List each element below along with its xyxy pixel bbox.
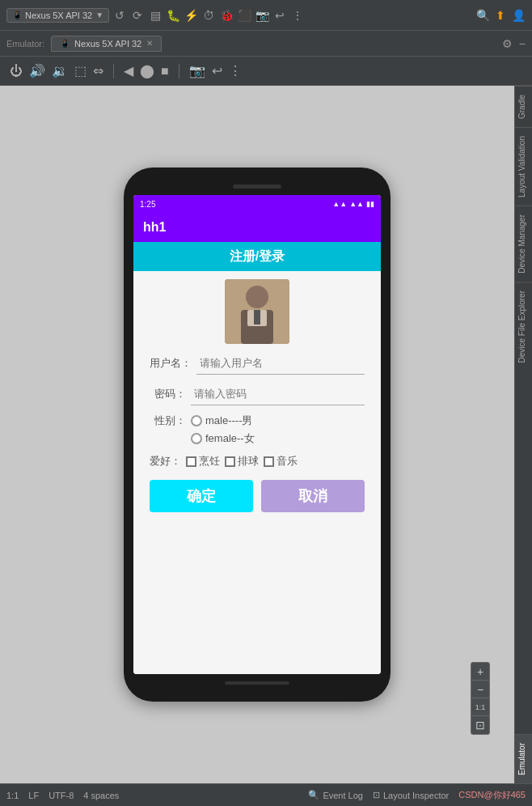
status-linefeed: LF bbox=[28, 791, 39, 800]
zoom-out-button[interactable]: − bbox=[471, 681, 489, 698]
sidebar-tab-device-manager[interactable]: Device Manager bbox=[515, 206, 532, 282]
battery-icon: ▮▮ bbox=[366, 200, 374, 208]
gender-row: 性别： male----男 female--女 bbox=[150, 414, 365, 446]
signal-icon: ▲▲ bbox=[349, 200, 364, 208]
device-selector[interactable]: 📱 Nexus 5X API 32 ▼ bbox=[6, 8, 109, 23]
register-titlebar: 注册/登录 bbox=[133, 242, 381, 271]
button-row: 确定 取消 bbox=[150, 480, 365, 512]
status-time: 1:25 bbox=[140, 200, 332, 209]
hobby-cooking-label: 烹饪 bbox=[199, 454, 220, 469]
nav-home-icon[interactable]: ⬤ bbox=[140, 63, 154, 78]
nav-back-icon[interactable]: ◀ bbox=[124, 63, 133, 78]
radio-male-circle[interactable] bbox=[191, 415, 202, 426]
nav-recents-icon[interactable]: ■ bbox=[161, 64, 169, 78]
hobby-row: 爱好： 烹饪 排球 音乐 bbox=[150, 454, 365, 469]
status-indent: 4 spaces bbox=[83, 791, 119, 800]
account-icon[interactable]: 👤 bbox=[511, 8, 526, 23]
search-icon[interactable]: 🔍 bbox=[475, 8, 490, 23]
more-options-icon[interactable]: ⋮ bbox=[229, 63, 242, 78]
profile-icon[interactable]: ⏱ bbox=[201, 8, 216, 23]
gender-radio-group: male----男 female--女 bbox=[191, 414, 255, 446]
status-position: 1:1 bbox=[6, 791, 19, 800]
dropdown-arrow[interactable]: ▼ bbox=[95, 11, 103, 19]
hobby-checkbox-group: 烹饪 排球 音乐 bbox=[186, 454, 298, 469]
zoom-fit-button[interactable]: ⊡ bbox=[471, 716, 489, 734]
form-content: 用户名： 密码： 性别： male---- bbox=[133, 271, 381, 674]
event-log-button[interactable]: 🔍 Event Log bbox=[308, 790, 363, 800]
camera-icon[interactable]: 📷 bbox=[255, 8, 269, 23]
zoom-in-button[interactable]: + bbox=[471, 663, 489, 681]
sidebar-tab-layout-validation[interactable]: Layout Validation bbox=[515, 127, 532, 206]
app-title: hh1 bbox=[143, 220, 166, 235]
stop-icon[interactable]: ⬛ bbox=[237, 8, 251, 23]
more-icon[interactable]: ⋮ bbox=[290, 8, 305, 23]
sidebar-tab-gradle[interactable]: Gradle bbox=[515, 86, 532, 127]
sidebar-tab-device-file-explorer[interactable]: Device File Explorer bbox=[515, 282, 532, 371]
password-row: 密码： bbox=[150, 383, 365, 405]
status-bar: 1:25 ▲▲ ▲▲ ▮▮ bbox=[133, 195, 381, 213]
status-icons: ▲▲ ▲▲ ▮▮ bbox=[332, 200, 374, 208]
event-log-icon: 🔍 bbox=[308, 790, 319, 800]
gender-male-label: male----男 bbox=[205, 414, 253, 428]
rotate-icon[interactable]: ⬚ bbox=[74, 63, 87, 78]
svg-rect-4 bbox=[254, 310, 260, 325]
separator2 bbox=[179, 64, 179, 78]
screenshot-icon[interactable]: 📷 bbox=[189, 63, 205, 78]
attach-icon[interactable]: ⚡ bbox=[184, 8, 198, 23]
device-name: Nexus 5X API 32 bbox=[25, 11, 92, 20]
fold-icon[interactable]: ⇔ bbox=[93, 63, 103, 78]
bottom-statusbar: 1:1 LF UTF-8 4 spaces 🔍 Event Log ⊡ Layo… bbox=[0, 783, 532, 806]
debug-icon[interactable]: 🐛 bbox=[166, 8, 180, 23]
gender-male-item[interactable]: male----男 bbox=[191, 414, 255, 428]
confirm-button[interactable]: 确定 bbox=[150, 480, 253, 512]
hobby-volleyball-label: 排球 bbox=[238, 454, 259, 469]
gender-female-item[interactable]: female--女 bbox=[191, 431, 255, 446]
password-input[interactable] bbox=[191, 383, 365, 405]
radio-female-circle[interactable] bbox=[191, 433, 202, 444]
emulator-tabbar: Emulator: 📱 Nexus 5X API 32 ✕ ⚙ − bbox=[0, 31, 532, 57]
hobby-volleyball-item[interactable]: 排球 bbox=[225, 454, 259, 469]
bug-icon[interactable]: 🐞 bbox=[219, 8, 234, 23]
checkbox-volleyball[interactable] bbox=[225, 456, 235, 467]
avatar-image bbox=[225, 279, 289, 344]
emulator-label: Emulator: bbox=[6, 39, 44, 49]
svg-point-1 bbox=[246, 286, 268, 308]
volume-up-icon[interactable]: 🔊 bbox=[29, 63, 45, 78]
separator bbox=[113, 64, 114, 78]
avatar-container[interactable] bbox=[225, 279, 289, 344]
zoom-controls: + − 1:1 ⊡ bbox=[471, 662, 490, 735]
zoom-ratio-label: 1:1 bbox=[471, 698, 489, 716]
hobby-cooking-item[interactable]: 烹饪 bbox=[186, 454, 220, 469]
username-label: 用户名： bbox=[150, 356, 192, 371]
power-icon[interactable]: ⏻ bbox=[10, 64, 23, 78]
sync-icon[interactable]: ↺ bbox=[112, 8, 127, 23]
minimize-icon[interactable]: − bbox=[519, 37, 526, 50]
checkbox-music[interactable] bbox=[264, 456, 274, 467]
layout-inspector-button[interactable]: ⊡ Layout Inspector bbox=[373, 790, 449, 800]
close-tab-icon[interactable]: ✕ bbox=[146, 39, 153, 48]
password-label: 密码： bbox=[150, 387, 186, 401]
back-icon[interactable]: ↩ bbox=[272, 8, 287, 23]
settings-icon[interactable]: ⚙ bbox=[502, 37, 513, 50]
refresh-icon[interactable]: ⟳ bbox=[130, 8, 145, 23]
emulator-tab[interactable]: 📱 Nexus 5X API 32 ✕ bbox=[51, 36, 162, 52]
logcat-icon[interactable]: ▤ bbox=[148, 8, 163, 23]
screenrecord-icon[interactable]: ↩ bbox=[212, 63, 222, 78]
status-charset: UTF-8 bbox=[49, 791, 74, 800]
phone-frame: 1:25 ▲▲ ▲▲ ▮▮ hh1 注册/登录 bbox=[124, 168, 391, 702]
sidebar-tab-emulator[interactable]: Emulator bbox=[515, 734, 532, 783]
speaker-grille bbox=[233, 185, 281, 189]
main-area: 1:25 ▲▲ ▲▲ ▮▮ hh1 注册/登录 bbox=[0, 86, 532, 783]
username-input[interactable] bbox=[196, 352, 365, 375]
emulator-viewport: 1:25 ▲▲ ▲▲ ▮▮ hh1 注册/登录 bbox=[0, 86, 514, 783]
status-right-section: 🔍 Event Log ⊡ Layout Inspector CSDN@你好46… bbox=[308, 789, 526, 801]
checkbox-cooking[interactable] bbox=[186, 456, 196, 467]
layout-inspector-icon: ⊡ bbox=[373, 790, 380, 800]
volume-down-icon[interactable]: 🔉 bbox=[52, 63, 68, 78]
cancel-button[interactable]: 取消 bbox=[261, 480, 365, 512]
phone-screen: 1:25 ▲▲ ▲▲ ▮▮ hh1 注册/登录 bbox=[133, 195, 381, 674]
hobby-music-item[interactable]: 音乐 bbox=[264, 454, 298, 469]
register-title: 注册/登录 bbox=[230, 248, 285, 265]
csdn-status: CSDN@你好465 bbox=[458, 789, 526, 801]
update-icon[interactable]: ⬆ bbox=[493, 8, 508, 23]
